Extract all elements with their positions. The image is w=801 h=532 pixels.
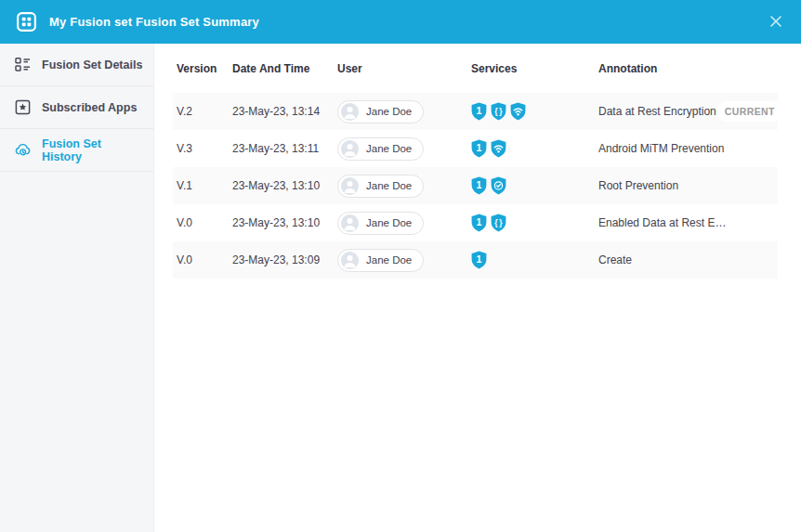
shield-braces-icon: { } — [491, 214, 506, 232]
cloud-history-icon — [15, 142, 31, 158]
avatar-icon — [341, 252, 359, 269]
table-row[interactable]: V.3 23-May-23, 13:11 Jane Doe 1 Android … — [173, 130, 778, 167]
svg-text:1: 1 — [477, 142, 482, 153]
shield-1-icon: 1 — [471, 139, 487, 158]
avatar-icon — [341, 214, 359, 232]
annotation-text: Create — [598, 253, 632, 266]
table-row[interactable]: V.0 23-May-23, 13:09 Jane Doe 1 Create — [173, 241, 778, 279]
sidebar-item-fusion-set-details[interactable]: Fusion Set Details — [0, 44, 153, 86]
shield-wifi-icon — [491, 139, 506, 158]
sidebar-item-label: Fusion Set Details — [42, 58, 142, 71]
datetime-cell: 23-May-23, 13:10 — [229, 216, 334, 229]
shield-check-icon — [491, 176, 506, 195]
services-cell: 1 — [467, 176, 595, 195]
sidebar-item-subscribed-apps[interactable]: Subscribed Apps — [0, 86, 153, 129]
services-cell: 1 — [467, 139, 595, 158]
services-cell: 1{ } — [467, 102, 595, 121]
shield-braces-icon: { } — [491, 102, 506, 121]
shield-1-icon: 1 — [471, 251, 487, 269]
version-cell: V.0 — [173, 253, 229, 266]
avatar-icon — [341, 103, 359, 121]
column-header-annotation: Annotation — [595, 62, 778, 75]
svg-text:1: 1 — [477, 216, 482, 227]
user-name: Jane Doe — [366, 180, 412, 191]
sidebar-item-label: Subscribed Apps — [42, 101, 137, 114]
table-row[interactable]: V.2 23-May-23, 13:14 Jane Doe 1{ } Data … — [173, 93, 778, 130]
shield-1-icon: 1 — [471, 214, 487, 232]
user-chip[interactable]: Jane Doe — [337, 175, 424, 198]
apps-star-icon — [15, 99, 31, 115]
modal-titlebar: My Fusion set Fusion Set Summary — [0, 0, 801, 44]
table-row[interactable]: V.1 23-May-23, 13:10 Jane Doe 1 Root Pre… — [173, 167, 778, 204]
modal-title: My Fusion set Fusion Set Summary — [49, 15, 259, 29]
column-header-date: Date And Time — [229, 62, 334, 75]
avatar-icon — [341, 140, 359, 158]
avatar-icon — [341, 177, 359, 195]
close-icon[interactable] — [766, 11, 786, 32]
user-chip[interactable]: Jane Doe — [337, 212, 424, 235]
fusion-set-summary-modal: My Fusion set Fusion Set Summary Fusion … — [0, 0, 801, 532]
datetime-cell: 23-May-23, 13:14 — [229, 105, 334, 118]
user-chip[interactable]: Jane Doe — [337, 249, 424, 272]
fusion-grid-icon — [17, 12, 36, 32]
datetime-cell: 23-May-23, 13:09 — [229, 253, 334, 266]
user-name: Jane Doe — [366, 254, 412, 266]
table-header: Version Date And Time User Services Anno… — [173, 44, 778, 93]
user-name: Jane Doe — [366, 143, 412, 154]
sidebar: Fusion Set Details Subscribed Apps Fusio… — [0, 44, 154, 532]
annotation-text: Data at Rest Encryption — [598, 105, 716, 118]
svg-text:1: 1 — [477, 179, 482, 190]
details-icon — [15, 57, 31, 72]
svg-text:{ }: { } — [494, 218, 503, 227]
sidebar-item-fusion-set-history[interactable]: Fusion Set History — [0, 129, 153, 172]
services-cell: 1{ } — [467, 214, 595, 232]
user-chip[interactable]: Jane Doe — [337, 137, 424, 161]
current-badge: CURRENT — [716, 101, 783, 122]
svg-text:1: 1 — [477, 105, 482, 116]
user-name: Jane Doe — [366, 217, 412, 228]
version-cell: V.0 — [173, 216, 229, 229]
version-cell: V.1 — [173, 179, 229, 192]
annotation-text: Android MiTM Prevention — [598, 142, 724, 155]
shield-1-icon: 1 — [471, 176, 487, 195]
table-row[interactable]: V.0 23-May-23, 13:10 Jane Doe 1{ } Enabl… — [173, 204, 778, 241]
content-panel: Version Date And Time User Services Anno… — [154, 44, 801, 532]
svg-text:{ }: { } — [494, 107, 503, 116]
shield-1-icon: 1 — [471, 102, 487, 121]
sidebar-item-label: Fusion Set History — [42, 137, 144, 163]
version-cell: V.2 — [173, 105, 229, 118]
table-body: V.2 23-May-23, 13:14 Jane Doe 1{ } Data … — [173, 93, 778, 279]
version-cell: V.3 — [173, 142, 229, 155]
datetime-cell: 23-May-23, 13:10 — [229, 179, 334, 192]
column-header-services: Services — [467, 62, 595, 75]
shield-wifi-icon — [510, 102, 526, 121]
datetime-cell: 23-May-23, 13:11 — [229, 142, 334, 155]
column-header-user: User — [334, 62, 467, 75]
user-name: Jane Doe — [366, 106, 412, 117]
column-header-version: Version — [173, 62, 229, 75]
user-chip[interactable]: Jane Doe — [337, 100, 424, 123]
annotation-text: Root Prevention — [598, 179, 678, 192]
services-cell: 1 — [467, 251, 595, 269]
annotation-text: Enabled Data at Rest Encrypt… — [598, 216, 727, 229]
svg-text:1: 1 — [477, 253, 482, 265]
